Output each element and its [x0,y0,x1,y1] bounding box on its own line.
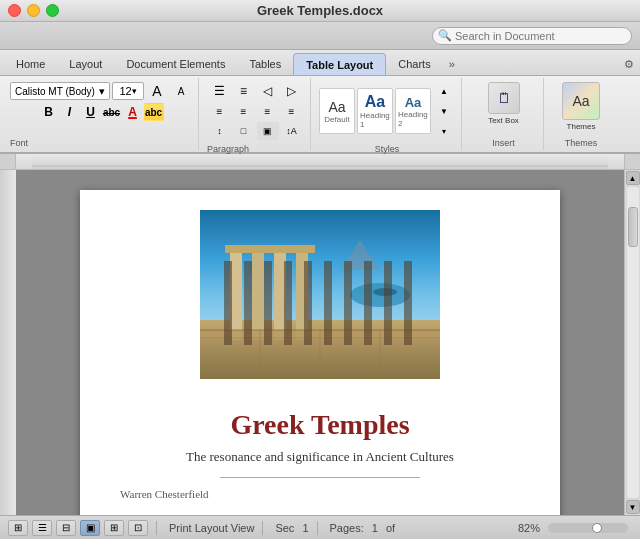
borders-btn[interactable]: □ [233,122,255,140]
font-name-dropdown[interactable]: Calisto MT (Body) ▾ [10,82,110,100]
document-subtitle: The resonance and significance in Ancien… [186,449,454,465]
zoom-thumb[interactable] [592,523,602,533]
align-center-btn[interactable]: ≡ [233,102,255,120]
view-btn-6[interactable]: ⊡ [128,520,148,536]
tab-tables[interactable]: Tables [237,53,293,75]
svg-rect-3 [200,210,440,330]
increase-font-btn[interactable]: A [146,82,168,100]
tab-more[interactable]: » [443,53,461,75]
indent-decrease-btn[interactable]: ◁ [257,82,279,100]
document-scroll-area: Greek Temples The resonance and signific… [16,170,624,515]
style-heading2[interactable]: Aa Heading 2 [395,88,431,134]
style-default[interactable]: Aa Default [319,88,355,134]
pages-label: Pages: [330,522,364,534]
align-left-btn[interactable]: ≡ [209,102,231,120]
minimize-button[interactable] [27,4,40,17]
themes-controls: Aa Themes [563,80,599,136]
tab-charts[interactable]: Charts [386,53,442,75]
scroll-down-arrow[interactable]: ▼ [626,500,640,514]
tab-home[interactable]: Home [4,53,57,75]
scrollbar-thumb[interactable] [628,207,638,247]
list-buttons: ☰ ≡ ◁ ▷ [209,82,303,100]
align-right-btn[interactable]: ≡ [257,102,279,120]
zoom-slider[interactable] [548,523,628,533]
status-sep-1 [156,521,157,535]
font-size-value: 12 [119,85,131,97]
svg-point-5 [350,283,410,307]
insert-buttons-row: 🗒 Text Box [486,82,522,125]
search-icon: 🔍 [438,29,452,42]
search-row: 🔍 [0,22,640,50]
view-btn-2[interactable]: ☰ [32,520,52,536]
styles-group-label: Styles [375,142,400,154]
status-sep-2 [262,521,263,535]
sort-btn[interactable]: ↕A [281,122,303,140]
document-divider [220,477,420,478]
left-ruler [0,170,16,515]
font-size-dropdown[interactable]: 12 ▾ [112,82,144,100]
line-spacing-btn[interactable]: ↕ [209,122,231,140]
italic-button[interactable]: I [60,103,80,121]
view-btn-4[interactable]: ▣ [80,520,100,536]
view-btn-3[interactable]: ⊟ [56,520,76,536]
format-buttons-row: B I U abc A abc [39,103,164,121]
styles-swatches: Aa Default Aa Heading 1 Aa Heading 2 [319,88,431,134]
styles-controls: Aa Default Aa Heading 1 Aa Heading 2 ▲ ▼… [319,80,455,142]
decrease-font-btn[interactable]: A [170,82,192,100]
font-group-label: Font [10,136,28,148]
font-dropdown-arrow: ▾ [99,85,105,98]
styles-nav: ▲ ▼ ▾ [433,82,455,140]
svg-rect-10 [225,245,315,253]
font-color-button[interactable]: A [123,103,143,121]
section-value: 1 [302,522,308,534]
numbered-list-btn[interactable]: ≡ [233,82,255,100]
themes-btn[interactable]: Aa Themes [563,82,599,131]
status-bar: ⊞ ☰ ⊟ ▣ ⊞ ⊡ Print Layout View Sec 1 Page… [0,515,640,539]
font-name-value: Calisto MT (Body) [15,86,95,97]
window-controls [8,4,59,17]
scrollbar-track[interactable] [627,187,639,498]
pages-current: 1 [372,522,378,534]
ruler-corner [0,154,16,169]
temple-image [200,210,440,379]
indent-increase-btn[interactable]: ▷ [281,82,303,100]
font-size-arrow: ▾ [132,86,137,96]
paragraph-group-label: Paragraph [207,142,249,154]
title-bar: Greek Temples.docx [0,0,640,22]
ribbon-group-styles: Aa Default Aa Heading 1 Aa Heading 2 ▲ ▼… [313,78,462,150]
pages-of: of [386,522,395,534]
svg-rect-11 [200,330,440,340]
view-btn-1[interactable]: ⊞ [8,520,28,536]
strikethrough-button[interactable]: abc [102,103,122,121]
close-button[interactable] [8,4,21,17]
view-btn-5[interactable]: ⊞ [104,520,124,536]
underline-button[interactable]: U [81,103,101,121]
style-heading1[interactable]: Aa Heading 1 [357,88,393,134]
align-buttons: ≡ ≡ ≡ ≡ [209,102,303,120]
styles-down-btn[interactable]: ▼ [433,102,455,120]
styles-more-btn[interactable]: ▾ [433,122,455,140]
svg-rect-2 [0,170,16,515]
ribbon-toolbar: Calisto MT (Body) ▾ 12 ▾ A A B I U abc A… [0,76,640,154]
tab-document-elements[interactable]: Document Elements [114,53,237,75]
section-label: Sec [275,522,294,534]
tab-settings[interactable]: ⚙ [618,53,640,75]
maximize-button[interactable] [46,4,59,17]
svg-rect-7 [252,250,264,340]
font-controls: Calisto MT (Body) ▾ 12 ▾ A A B I U abc A… [10,80,192,136]
justify-btn[interactable]: ≡ [281,102,303,120]
tab-layout[interactable]: Layout [57,53,114,75]
scroll-up-arrow[interactable]: ▲ [626,171,640,185]
ribbon-group-font: Calisto MT (Body) ▾ 12 ▾ A A B I U abc A… [4,78,199,150]
bold-button[interactable]: B [39,103,59,121]
search-input[interactable] [432,27,632,45]
styles-up-btn[interactable]: ▲ [433,82,455,100]
shading-btn[interactable]: ▣ [257,122,279,140]
window-title: Greek Temples.docx [257,3,383,18]
document-title: Greek Temples [230,409,409,441]
tab-table-layout[interactable]: Table Layout [293,53,386,75]
highlight-button[interactable]: abc [144,103,164,121]
text-box-btn[interactable]: 🗒 Text Box [486,82,522,125]
ruler-right-end [624,154,640,169]
bullet-list-btn[interactable]: ☰ [209,82,231,100]
